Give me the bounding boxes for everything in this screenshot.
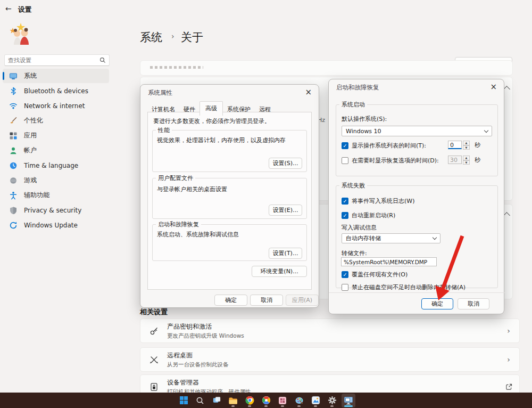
related-row-device-manager[interactable]: 设备管理器 打印机和其他驱动程序、硬件属性 xyxy=(140,374,520,393)
ok-button[interactable]: 确定 xyxy=(421,298,453,309)
show-recovery-label: 在需要时显示恢复选项的时间(D): xyxy=(352,157,439,165)
sidebar-nav: 系统 Bluetooth & devices Network & interne… xyxy=(0,69,112,232)
chevron-right-icon: › xyxy=(498,355,519,364)
performance-desc: 视觉效果，处理器计划，内存使用，以及虚拟内存 xyxy=(157,136,286,144)
taskbar-search-button[interactable] xyxy=(193,394,207,407)
write-event-checkbox[interactable] xyxy=(342,198,348,205)
related-row-remote-desktop[interactable]: 远程桌面 从另一台设备控制此设备 › xyxy=(140,347,520,372)
browser-button[interactable] xyxy=(259,394,273,407)
settings-button[interactable] xyxy=(325,394,339,407)
cancel-button[interactable]: 取消 xyxy=(458,298,489,309)
taskbar xyxy=(0,393,532,408)
breadcrumb-root[interactable]: 系统 xyxy=(140,30,162,45)
paint-icon xyxy=(295,396,304,405)
startup-recovery-legend: 启动和故障恢复 xyxy=(156,221,201,229)
overwrite-label: 覆盖任何现有文件(O) xyxy=(352,271,408,279)
start-button[interactable] xyxy=(177,394,190,407)
system-failure-group: 系统失败 将事件写入系统日志(W) 自动重新启动(R) 写入调试信息 自动内存转… xyxy=(336,182,498,288)
ok-button[interactable]: 确定 xyxy=(214,295,247,306)
cancel-button[interactable]: 取消 xyxy=(250,295,283,306)
search-box[interactable] xyxy=(4,54,110,66)
show-recovery-checkbox[interactable] xyxy=(342,157,348,164)
sidebar-item-personalization[interactable]: 个性化 xyxy=(3,113,109,128)
overwrite-checkbox[interactable] xyxy=(342,271,348,278)
user-profiles-settings-button[interactable]: 设置(E)... xyxy=(269,205,302,216)
default-os-select[interactable]: Windows 10 xyxy=(342,126,492,136)
accessibility-icon xyxy=(9,191,18,200)
sidebar-item-network[interactable]: Network & internet xyxy=(3,99,109,113)
system-startup-group: 系统启动 默认操作系统(S): Windows 10 显示操作系统列表的时间(T… xyxy=(336,101,498,176)
settings-window: ← 设置 系统 xyxy=(0,0,532,393)
dump-file-input[interactable] xyxy=(341,257,437,266)
device-manager-icon xyxy=(140,382,167,391)
auto-restart-checkbox[interactable] xyxy=(342,212,348,219)
task-view-button[interactable] xyxy=(210,394,223,407)
show-os-list-row: 显示操作系统列表的时间(T): xyxy=(342,142,426,150)
write-event-label: 将事件写入系统日志(W) xyxy=(352,197,414,205)
photos-icon xyxy=(311,396,320,405)
system-properties-taskbar-button[interactable] xyxy=(342,394,355,407)
sidebar-item-label: 辅助功能 xyxy=(24,191,49,200)
sidebar-item-label: 帐户 xyxy=(24,146,37,155)
related-row-subtitle: 更改产品密钥或升级 Windows xyxy=(167,332,498,340)
running-indicator xyxy=(330,405,334,407)
sidebar-item-system[interactable]: 系统 xyxy=(3,69,109,83)
advanced-tab-panel: 要进行大多数更改，你必须作为管理员登录。 性能 视觉效果，处理器计划，内存使用，… xyxy=(147,112,312,290)
running-indicator xyxy=(314,405,317,407)
performance-group: 性能 视觉效果，处理器计划，内存使用，以及虚拟内存 设置(S)... xyxy=(152,126,307,172)
gaming-icon xyxy=(9,176,18,185)
dialog-title: 启动和故障恢复 xyxy=(336,84,379,92)
sidebar-item-label: Privacy & security xyxy=(24,207,81,214)
key-icon xyxy=(140,327,167,336)
chevron-up-icon[interactable] xyxy=(504,87,509,92)
startup-recovery-group: 启动和故障恢复 系统启动、系统故障和调试信息 设置(T)... xyxy=(152,221,307,261)
sidebar-item-time-language[interactable]: Time & language xyxy=(3,158,109,173)
search-input[interactable] xyxy=(5,57,99,64)
running-indicator xyxy=(248,405,251,407)
running-indicator xyxy=(264,405,268,407)
os-list-seconds-value[interactable]: 0 xyxy=(448,141,462,149)
chrome-button[interactable] xyxy=(243,394,256,407)
pink-app-button[interactable] xyxy=(276,394,289,407)
startup-recovery-dialog: 启动和故障恢复 × 系统启动 默认操作系统(S): Windows 10 显示操… xyxy=(328,79,504,314)
tab-advanced[interactable]: 高级 xyxy=(200,101,223,116)
system-properties-icon xyxy=(344,396,353,405)
sidebar-item-gaming[interactable]: 游戏 xyxy=(3,173,109,187)
system-failure-legend: 系统失败 xyxy=(339,182,367,190)
sidebar-item-apps[interactable]: 应用 xyxy=(3,128,109,143)
close-icon[interactable]: × xyxy=(305,88,312,96)
related-row-title: 产品密钥和激活 xyxy=(167,322,498,331)
external-link-icon xyxy=(498,383,519,390)
related-row-title: 远程桌面 xyxy=(167,351,498,360)
photos-button[interactable] xyxy=(309,394,322,407)
app-title: 设置 xyxy=(18,5,31,14)
spinner-arrows[interactable]: ▲▼ xyxy=(463,141,470,150)
debug-info-select[interactable]: 自动内存转储 xyxy=(342,233,440,243)
sidebar-item-accessibility[interactable]: 辅助功能 xyxy=(3,188,109,202)
related-row-product-key[interactable]: 产品密钥和激活 更改产品密钥或升级 Windows › xyxy=(140,319,520,343)
os-list-seconds-spinner[interactable]: 0 ▲▼ 秒 xyxy=(448,141,480,150)
no-delete-checkbox[interactable] xyxy=(342,284,348,291)
apps-icon xyxy=(9,132,18,140)
environment-variables-button[interactable]: 环境变量(N)... xyxy=(252,266,307,277)
paint-button[interactable] xyxy=(292,394,306,407)
startup-recovery-settings-button[interactable]: 设置(T)... xyxy=(269,248,302,259)
sidebar-item-bluetooth[interactable]: Bluetooth & devices xyxy=(3,84,109,98)
apply-button[interactable]: 应用(A) xyxy=(286,295,319,306)
file-explorer-button[interactable] xyxy=(226,394,240,407)
file-explorer-icon xyxy=(228,396,238,405)
sidebar-item-label: Windows Update xyxy=(24,222,78,229)
close-icon[interactable]: × xyxy=(490,83,497,91)
back-arrow-icon[interactable]: ← xyxy=(5,4,12,13)
sidebar-item-label: 个性化 xyxy=(24,116,43,125)
sidebar-item-accounts[interactable]: 帐户 xyxy=(3,143,109,158)
sidebar-item-privacy[interactable]: Privacy & security xyxy=(3,203,109,217)
chevron-right-icon: › xyxy=(498,327,519,335)
show-os-list-checkbox[interactable] xyxy=(342,142,348,149)
sidebar-item-windows-update[interactable]: Windows Update xyxy=(3,218,109,232)
performance-settings-button[interactable]: 设置(S)... xyxy=(269,158,302,169)
user-avatar[interactable] xyxy=(9,21,33,46)
performance-legend: 性能 xyxy=(156,126,172,134)
chevron-up-icon[interactable] xyxy=(504,213,509,218)
chevron-down-icon xyxy=(433,235,437,240)
